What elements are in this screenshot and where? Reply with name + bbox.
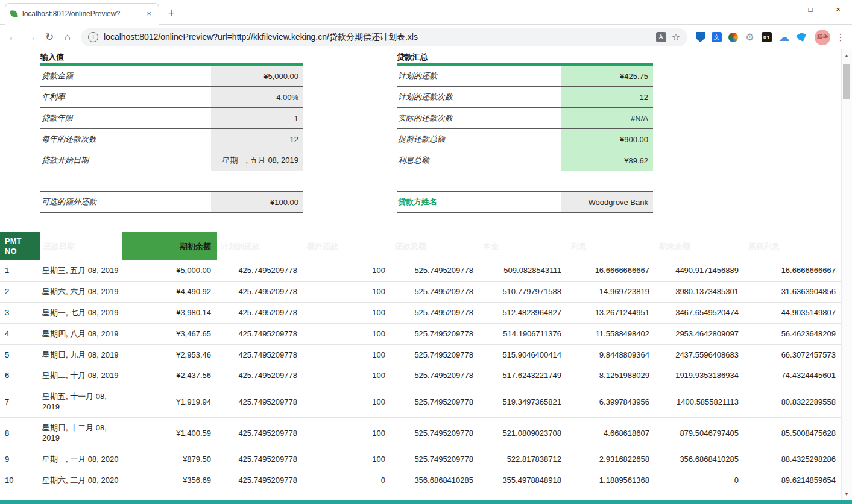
schedule-cell: ¥3,980.14 xyxy=(122,302,217,323)
schedule-header-8: 期末余额 xyxy=(655,232,745,260)
schedule-row: 3星期一, 七月 08, 2019¥3,980.14425.7495209778… xyxy=(0,302,842,323)
summary-row: 利息总额¥89.62 xyxy=(397,150,653,171)
schedule-cell: 星期一, 七月 08, 2019 xyxy=(40,302,122,323)
schedule-cell: ¥2,437.56 xyxy=(122,365,217,386)
schedule-row: 9星期三, 一月 08, 2020¥879.50425.749520977810… xyxy=(0,449,842,470)
schedule-header-4: 额外还款 xyxy=(303,232,391,260)
round-extension-icon[interactable] xyxy=(728,33,738,42)
row-value: 4.00% xyxy=(211,87,303,107)
schedule-cell: 2.9316822658 xyxy=(567,449,655,470)
schedule-cell: 4490.9171456889 xyxy=(655,260,745,281)
schedule-cell: 522.817838712 xyxy=(479,449,567,470)
summary-row: 计划的还款次数12 xyxy=(397,87,653,108)
schedule-cell: 425.7495209778 xyxy=(217,302,303,323)
new-tab-button[interactable]: + xyxy=(163,5,180,22)
browser-menu-icon[interactable]: ⋮ xyxy=(834,31,847,43)
row-value: ¥89.62 xyxy=(561,150,653,171)
profile-avatar[interactable]: 精华 xyxy=(815,30,830,45)
schedule-cell: 100 xyxy=(303,260,391,281)
url-text[interactable]: localhost:8012/onlinePreview?url=http://… xyxy=(104,32,651,43)
spreadsheet-preview: 输入值 贷款金额¥5,000.00年利率4.00%贷款年限1每年的还款次数12贷… xyxy=(0,49,842,500)
forward-icon[interactable]: → xyxy=(23,29,40,46)
row-label: 计划的还款 xyxy=(397,66,561,86)
schedule-cell: 510.7797971588 xyxy=(479,281,567,302)
schedule-cell: 100 xyxy=(303,386,391,418)
schedule-cell: 66.3072457573 xyxy=(745,344,842,365)
schedule-cell: 星期六, 六月 08, 2019 xyxy=(40,281,122,302)
row-label: 实际的还款次数 xyxy=(397,108,561,128)
schedule-cell: 509.0828543111 xyxy=(479,260,567,281)
schedule-cell: ¥2,953.46 xyxy=(122,344,217,365)
schedule-header-6: 本金 xyxy=(479,232,567,260)
schedule-cell: 星期日, 十二月 08, 2019 xyxy=(40,418,122,449)
vertical-scrollbar[interactable]: ▲ ▼ xyxy=(841,49,852,500)
bookmark-star-icon[interactable]: ☆ xyxy=(672,31,680,43)
empty-row xyxy=(397,171,653,191)
schedule-row: 2星期六, 六月 08, 2019¥4,490.92425.7495209778… xyxy=(0,281,842,302)
schedule-cell: 525.7495209778 xyxy=(391,302,479,323)
empty-row xyxy=(40,171,303,191)
translate-extension-icon[interactable]: 文 xyxy=(712,32,722,42)
schedule-row: 1星期三, 五月 08, 2019¥5,000.00425.7495209778… xyxy=(0,260,842,281)
browser-toolbar: ← → ↻ ⌂ i localhost:8012/onlinePreview?u… xyxy=(0,25,852,50)
schedule-cell: 9 xyxy=(0,449,40,470)
schedule-cell: 879.5046797405 xyxy=(655,418,745,449)
home-icon[interactable]: ⌂ xyxy=(59,29,76,46)
schedule-cell: 525.7495209778 xyxy=(391,281,479,302)
schedule-cell: 星期五, 十一月 08, 2019 xyxy=(40,386,122,418)
browser-window: localhost:8012/onlinePreview? × + – □ × … xyxy=(0,0,852,504)
schedule-cell: 8.1251988029 xyxy=(567,365,655,386)
schedule-header-1: 还款日期 xyxy=(40,232,122,260)
input-values-section: 输入值 贷款金额¥5,000.00年利率4.00%贷款年限1每年的还款次数12贷… xyxy=(40,52,303,213)
page-info-icon[interactable]: i xyxy=(88,32,98,42)
schedule-cell: 100 xyxy=(303,281,391,302)
summary-section-title: 贷款汇总 xyxy=(397,52,653,63)
row-label: 每年的还款次数 xyxy=(40,129,211,150)
schedule-cell: 56.4623648209 xyxy=(745,323,842,344)
schedule-cell: 80.8322289558 xyxy=(745,386,842,418)
back-icon[interactable]: ← xyxy=(5,29,22,46)
loan-summary-section: 贷款汇总 计划的还款¥425.75计划的还款次数12实际的还款次数#N/A提前还… xyxy=(397,52,653,213)
maximize-button[interactable]: □ xyxy=(797,0,824,19)
tab-strip: localhost:8012/onlinePreview? × + – □ × xyxy=(0,0,852,25)
schedule-cell: 517.6243221749 xyxy=(479,365,567,386)
schedule-cell: 星期二, 十月 08, 2019 xyxy=(40,365,122,386)
row-label: 贷款开始日期 xyxy=(40,150,211,171)
bird-extension-icon[interactable] xyxy=(796,33,806,42)
browser-tab[interactable]: localhost:8012/onlinePreview? × xyxy=(5,3,159,25)
gear-extension-icon[interactable]: ⚙ xyxy=(745,32,755,42)
row-label: 贷款金额 xyxy=(40,66,211,86)
schedule-header-3: 计划的还款 xyxy=(217,232,303,260)
input-row: 贷款开始日期星期三, 五月 08, 2019 xyxy=(40,150,303,171)
scroll-up-icon[interactable]: ▲ xyxy=(842,51,851,61)
row-value: 12 xyxy=(561,87,653,107)
translate-icon[interactable]: A xyxy=(656,32,666,42)
row-value: ¥100.00 xyxy=(211,192,303,212)
address-bar[interactable]: i localhost:8012/onlinePreview?url=http:… xyxy=(81,28,687,46)
schedule-row: 7星期五, 十一月 08, 2019¥1,919.94425.749520977… xyxy=(0,386,842,418)
reload-icon[interactable]: ↻ xyxy=(41,29,58,46)
schedule-cell: 6 xyxy=(0,365,40,386)
scrollbar-thumb[interactable] xyxy=(843,64,850,99)
schedule-cell: 10 xyxy=(0,470,40,491)
row-label: 利息总额 xyxy=(397,150,561,171)
window-controls: – □ × xyxy=(769,0,852,19)
lender-name-row: 贷款方姓名 Woodgrove Bank xyxy=(397,191,653,213)
schedule-cell: 星期四, 八月 08, 2019 xyxy=(40,323,122,344)
row-value: 12 xyxy=(211,129,303,150)
minimize-button[interactable]: – xyxy=(769,0,797,19)
schedule-cell: ¥1,400.59 xyxy=(122,418,217,449)
schedule-cell: 85.5008475628 xyxy=(745,418,842,449)
schedule-cell: 425.7495209778 xyxy=(217,344,303,365)
row-value: ¥425.75 xyxy=(561,66,653,86)
schedule-cell: 3 xyxy=(0,302,40,323)
tab-close-icon[interactable]: × xyxy=(144,9,154,19)
cloud-extension-icon[interactable]: ☁ xyxy=(778,32,789,43)
shield-extension-icon[interactable] xyxy=(696,32,705,42)
schedule-row: 4星期四, 八月 08, 2019¥3,467.65425.7495209778… xyxy=(0,323,842,344)
summary-rows: 计划的还款¥425.75计划的还款次数12实际的还款次数#N/A提前还款总额¥9… xyxy=(397,66,653,171)
01-extension-icon[interactable]: 01 xyxy=(762,32,772,42)
close-window-button[interactable]: × xyxy=(824,0,852,19)
input-section-title: 输入值 xyxy=(40,52,303,63)
scroll-down-icon[interactable]: ▼ xyxy=(842,489,851,499)
